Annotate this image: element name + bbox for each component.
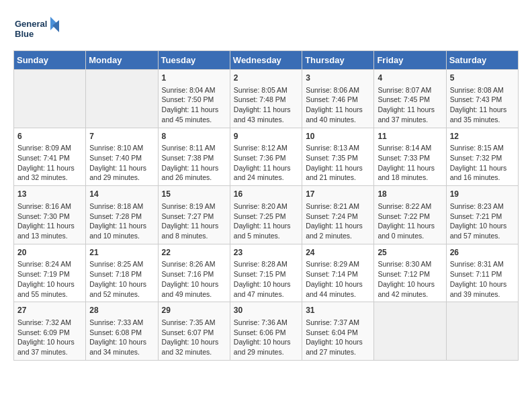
cell-line: Daylight: 11 hours [306, 221, 370, 231]
day-number: 29 [162, 305, 226, 316]
cell-line: Daylight: 10 hours [378, 279, 442, 289]
cell-line: and 8 minutes. [162, 231, 226, 241]
cell-line: and 18 minutes. [378, 173, 442, 183]
cell-line: Sunrise: 8:22 AM [378, 201, 442, 212]
cell-line: Daylight: 11 hours [450, 163, 515, 173]
cell-line: Daylight: 11 hours [378, 105, 442, 115]
cell-line: and 10 minutes. [89, 231, 154, 241]
cell-line: and 0 minutes. [378, 231, 442, 241]
calendar-cell: 31Sunrise: 7:37 AMSunset: 6:04 PMDayligh… [302, 302, 374, 361]
cell-line: Sunset: 6:04 PM [306, 328, 370, 338]
cell-line: Sunrise: 7:32 AM [17, 318, 82, 328]
cell-line: Sunrise: 8:26 AM [162, 259, 226, 269]
cell-line: Sunset: 7:16 PM [162, 269, 226, 279]
day-number: 9 [234, 131, 298, 142]
cell-line: Sunrise: 8:16 AM [17, 201, 82, 212]
day-number: 18 [378, 189, 442, 200]
cell-line: Sunrise: 8:25 AM [89, 259, 154, 269]
cell-line: Daylight: 10 hours [450, 279, 515, 289]
cell-line: Sunset: 7:48 PM [234, 95, 298, 105]
calendar-cell: 8Sunrise: 8:11 AMSunset: 7:38 PMDaylight… [158, 128, 230, 186]
cell-line: Sunset: 7:25 PM [234, 212, 298, 222]
week-row-3: 20Sunrise: 8:24 AMSunset: 7:19 PMDayligh… [14, 244, 519, 302]
cell-line: Sunrise: 8:24 AM [17, 259, 82, 269]
cell-line: Sunrise: 8:14 AM [378, 143, 442, 153]
cell-line: Daylight: 10 hours [234, 279, 298, 289]
day-number: 28 [89, 305, 154, 316]
day-number: 13 [17, 189, 82, 200]
calendar-header: SundayMondayTuesdayWednesdayThursdayFrid… [14, 51, 519, 70]
day-header-saturday: Saturday [446, 51, 518, 70]
cell-line: and 32 minutes. [17, 173, 82, 183]
calendar-cell: 17Sunrise: 8:21 AMSunset: 7:24 PMDayligh… [302, 186, 374, 244]
cell-line: Sunrise: 8:06 AM [306, 85, 370, 95]
cell-line: Sunrise: 8:05 AM [234, 85, 298, 95]
cell-line: Daylight: 10 hours [17, 337, 82, 347]
calendar-cell: 1Sunrise: 8:04 AMSunset: 7:50 PMDaylight… [158, 70, 230, 128]
calendar-body: 1Sunrise: 8:04 AMSunset: 7:50 PMDaylight… [14, 70, 519, 361]
cell-line: and 47 minutes. [234, 289, 298, 300]
cell-line: and 57 minutes. [450, 231, 515, 241]
cell-line: Sunset: 6:08 PM [89, 328, 154, 338]
cell-line: Sunrise: 8:15 AM [450, 143, 515, 153]
cell-line: Sunrise: 8:13 AM [306, 143, 370, 153]
cell-line: Daylight: 11 hours [234, 163, 298, 173]
cell-line: Sunset: 7:38 PM [162, 153, 226, 163]
calendar-cell: 10Sunrise: 8:13 AMSunset: 7:35 PMDayligh… [302, 128, 374, 186]
cell-line: Daylight: 11 hours [162, 163, 226, 173]
calendar-cell: 6Sunrise: 8:09 AMSunset: 7:41 PMDaylight… [14, 128, 86, 186]
cell-line: Daylight: 10 hours [17, 279, 82, 289]
cell-line: Sunset: 7:18 PM [89, 269, 154, 279]
cell-line: and 49 minutes. [162, 289, 226, 300]
cell-line: Sunrise: 8:28 AM [234, 259, 298, 269]
cell-line: and 2 minutes. [306, 231, 370, 241]
cell-line: Sunset: 6:06 PM [234, 328, 298, 338]
day-number: 1 [162, 73, 226, 84]
cell-line: and 34 minutes. [89, 347, 154, 357]
cell-line: Daylight: 10 hours [162, 337, 226, 347]
cell-line: Sunset: 7:30 PM [17, 212, 82, 222]
day-number: 24 [306, 247, 370, 259]
calendar-cell: 26Sunrise: 8:31 AMSunset: 7:11 PMDayligh… [446, 244, 518, 302]
calendar-table: SundayMondayTuesdayWednesdayThursdayFrid… [13, 50, 519, 361]
cell-line: Daylight: 10 hours [89, 279, 154, 289]
cell-line: Sunrise: 8:23 AM [450, 201, 515, 212]
week-row-2: 13Sunrise: 8:16 AMSunset: 7:30 PMDayligh… [14, 186, 519, 244]
cell-line: Daylight: 10 hours [306, 279, 370, 289]
cell-line: and 35 minutes. [450, 115, 515, 125]
cell-line: Daylight: 11 hours [89, 163, 154, 173]
cell-line: Daylight: 11 hours [378, 221, 442, 231]
calendar-cell: 9Sunrise: 8:12 AMSunset: 7:36 PMDaylight… [230, 128, 302, 186]
cell-line: Sunrise: 7:33 AM [89, 318, 154, 328]
cell-line: Sunrise: 8:09 AM [17, 143, 82, 153]
cell-line: Sunset: 6:07 PM [162, 328, 226, 338]
day-number: 11 [378, 131, 442, 142]
cell-line: Daylight: 10 hours [234, 337, 298, 347]
cell-line: Sunset: 7:14 PM [306, 269, 370, 279]
cell-line: and 26 minutes. [162, 173, 226, 183]
calendar-cell: 13Sunrise: 8:16 AMSunset: 7:30 PMDayligh… [14, 186, 86, 244]
cell-line: Sunrise: 7:35 AM [162, 318, 226, 328]
svg-text:General: General [15, 19, 47, 29]
calendar-cell: 12Sunrise: 8:15 AMSunset: 7:32 PMDayligh… [446, 128, 518, 186]
cell-line: and 13 minutes. [17, 231, 82, 241]
cell-line: and 29 minutes. [234, 347, 298, 357]
day-number: 31 [306, 305, 370, 316]
cell-line: Daylight: 11 hours [162, 221, 226, 231]
day-number: 8 [162, 131, 226, 142]
cell-line: Daylight: 10 hours [450, 221, 515, 231]
cell-line: and 29 minutes. [89, 173, 154, 183]
week-row-4: 27Sunrise: 7:32 AMSunset: 6:09 PMDayligh… [14, 302, 519, 361]
cell-line: Daylight: 11 hours [162, 105, 226, 115]
cell-line: and 5 minutes. [234, 231, 298, 241]
week-row-1: 6Sunrise: 8:09 AMSunset: 7:41 PMDaylight… [14, 128, 519, 186]
cell-line: Sunset: 7:36 PM [234, 153, 298, 163]
calendar-cell: 30Sunrise: 7:36 AMSunset: 6:06 PMDayligh… [230, 302, 302, 361]
day-number: 6 [17, 131, 82, 142]
cell-line: Sunrise: 8:12 AM [234, 143, 298, 153]
logo-icon: General Blue [13, 13, 60, 44]
cell-line: Daylight: 11 hours [378, 163, 442, 173]
day-header-thursday: Thursday [302, 51, 374, 70]
calendar-cell: 25Sunrise: 8:30 AMSunset: 7:12 PMDayligh… [374, 244, 446, 302]
calendar-cell: 3Sunrise: 8:06 AMSunset: 7:46 PMDaylight… [302, 70, 374, 128]
